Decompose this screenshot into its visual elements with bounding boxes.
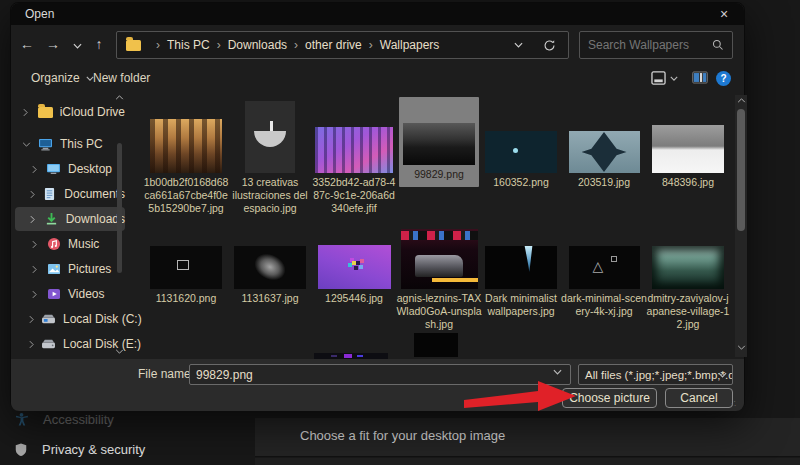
close-icon[interactable]: × (712, 3, 736, 25)
preview-pane-button[interactable] (692, 71, 708, 84)
sidebar-item-this-pc[interactable]: This PC (15, 132, 125, 156)
organize-label: Organize (31, 71, 80, 85)
videos-icon (46, 287, 61, 302)
file-name: agnis-leznins-TAXWlad0GoA-unsplash.jpg (396, 292, 482, 330)
sidebar-scrollbar[interactable] (117, 143, 122, 273)
file-item[interactable]: 1131637.jpg (227, 227, 313, 305)
file-item[interactable]: Dark minimalist wallpapers.jpg (478, 227, 564, 318)
sidebar-item-local-disk-c[interactable]: Local Disk (C:) (15, 307, 125, 331)
chevron-right-icon[interactable] (29, 190, 35, 199)
sidebar-item-label: Local Disk (C:) (63, 312, 142, 326)
chevron-right-icon[interactable] (29, 340, 34, 349)
sidebar-scroll-up-icon[interactable] (115, 95, 124, 100)
sidebar-item-pictures[interactable]: Pictures (15, 257, 125, 281)
sidebar-item-music[interactable]: Music (15, 232, 125, 256)
breadcrumb-other-drive[interactable]: other drive (305, 38, 362, 52)
search-box[interactable] (579, 31, 733, 59)
shield-icon (14, 442, 28, 457)
cancel-label: Cancel (680, 391, 717, 405)
pictures-icon (46, 262, 61, 277)
preview-pane-icon (692, 71, 708, 84)
sidebar-item-local-disk-e[interactable]: Local Disk (E:) (15, 332, 125, 356)
dialog-footer: File name: All files (*.jpg;*.jpeg;*.bmp… (11, 359, 744, 411)
file-item[interactable]: dmitry-zaviyalov-japanese-village-12.jpg (645, 227, 731, 330)
chevron-right-icon[interactable] (21, 108, 31, 117)
sidebar-item-label: Local Disk (E:) (63, 337, 141, 351)
file-name: 99829.png (401, 168, 477, 181)
up-button[interactable]: ↑ (89, 34, 109, 54)
file-item[interactable]: 1295446.jpg (311, 227, 397, 305)
new-folder-button[interactable]: New folder (93, 71, 150, 85)
scrollbar-thumb[interactable] (737, 109, 745, 231)
sidebar-item-icloud-drive[interactable]: iCloud Drive (15, 100, 125, 124)
file-item[interactable]: 3352bd42-ad78-487c-9c1e-206a6d340efe.jfi… (311, 97, 397, 214)
resize-grip[interactable]: .··· (731, 400, 739, 408)
settings-nav-privacy[interactable]: Privacy & security (14, 442, 145, 457)
annotation-arrow-icon (460, 378, 580, 416)
file-item-selected[interactable]: 99829.png (399, 97, 479, 187)
scroll-down-icon[interactable] (737, 345, 746, 350)
breadcrumb-this-pc[interactable]: This PC (167, 38, 210, 52)
settings-row-choose-fit[interactable]: Choose a fit for your desktop image (255, 418, 800, 457)
chevron-right-icon[interactable] (29, 165, 39, 174)
search-input[interactable] (588, 38, 698, 52)
sidebar-item-videos[interactable]: Videos (15, 282, 125, 306)
music-icon (46, 237, 61, 252)
file-item[interactable]: 1b00db2f0168d68ca661a67cbe4f0e5b15290be7… (143, 97, 229, 214)
settings-nav-accessibility[interactable]: Accessibility (14, 412, 114, 427)
chevron-right-icon[interactable] (29, 240, 39, 249)
breadcrumb-separator: › (217, 38, 221, 52)
back-button[interactable]: ← (17, 34, 37, 54)
sidebar-item-documents[interactable]: Documents (15, 182, 125, 206)
chevron-right-icon[interactable] (29, 290, 39, 299)
file-item[interactable]: 848396.jpg (645, 97, 731, 189)
sidebar-item-label: iCloud Drive (60, 105, 125, 119)
desktop-icon (46, 162, 61, 177)
breadcrumb-downloads[interactable]: Downloads (228, 38, 287, 52)
file-name-dropdown-icon[interactable] (553, 369, 562, 375)
file-item[interactable]: 13 creativas ilustraciones del espacio.j… (227, 97, 313, 214)
file-name: Dark minimalist wallpapers.jpg (478, 292, 564, 318)
file-item[interactable]: agnis-leznins-TAXWlad0GoA-unsplash.jpg (396, 227, 482, 330)
forward-button[interactable]: → (43, 34, 63, 54)
file-name: dmitry-zaviyalov-japanese-village-12.jpg (645, 292, 731, 330)
file-name: 160352.png (478, 176, 564, 189)
help-button[interactable]: ? (716, 71, 731, 86)
views-button[interactable] (651, 71, 678, 85)
sidebar-item-desktop[interactable]: Desktop (15, 157, 125, 181)
file-name: dark-minimal-scenery-4k-xj.jpg (561, 292, 647, 318)
scroll-up-icon[interactable] (737, 98, 746, 103)
chevron-down-icon[interactable] (21, 142, 31, 147)
chevron-down-icon[interactable] (670, 76, 678, 81)
file-item-partial[interactable] (414, 333, 458, 357)
file-item[interactable]: 1131620.png (143, 227, 229, 305)
views-icon (651, 71, 666, 85)
file-name: 848396.jpg (645, 176, 731, 189)
refresh-icon[interactable] (543, 39, 556, 52)
sidebar-item-label: Videos (68, 287, 104, 301)
settings-nav-label: Accessibility (43, 412, 114, 427)
sidebar-scroll-down-icon[interactable] (115, 349, 124, 354)
chevron-right-icon[interactable] (29, 315, 34, 324)
recent-locations-icon[interactable] (67, 36, 87, 56)
chevron-right-icon[interactable] (29, 215, 37, 224)
address-dropdown-icon[interactable] (514, 42, 523, 48)
file-thumbnail (569, 246, 640, 289)
sidebar-item-label: Music (68, 237, 99, 251)
address-bar[interactable]: › This PC › Downloads › other drive › Wa… (116, 31, 569, 59)
file-type-select[interactable]: All files (*.jpg;*.jpeg;*.bmp;*.dib;*.pn… (578, 364, 733, 385)
disk-icon (41, 337, 56, 352)
cancel-button[interactable]: Cancel (665, 388, 733, 408)
organize-button[interactable]: Organize (31, 71, 94, 85)
disk-c-icon (41, 312, 56, 327)
sidebar-item-downloads[interactable]: Downloads (15, 207, 125, 231)
file-type-value: All files (*.jpg;*.jpeg;*.bmp;*.dib;*.pn… (585, 369, 733, 381)
breadcrumb-wallpapers[interactable]: Wallpapers (380, 38, 440, 52)
file-item[interactable]: 160352.png (478, 97, 564, 189)
file-item[interactable]: 203519.jpg (561, 97, 647, 189)
file-list-scrollbar[interactable] (735, 95, 747, 357)
chevron-right-icon[interactable] (29, 265, 39, 274)
file-item[interactable]: dark-minimal-scenery-4k-xj.jpg (561, 227, 647, 318)
search-icon[interactable] (712, 39, 724, 51)
breadcrumb-separator: › (294, 38, 298, 52)
